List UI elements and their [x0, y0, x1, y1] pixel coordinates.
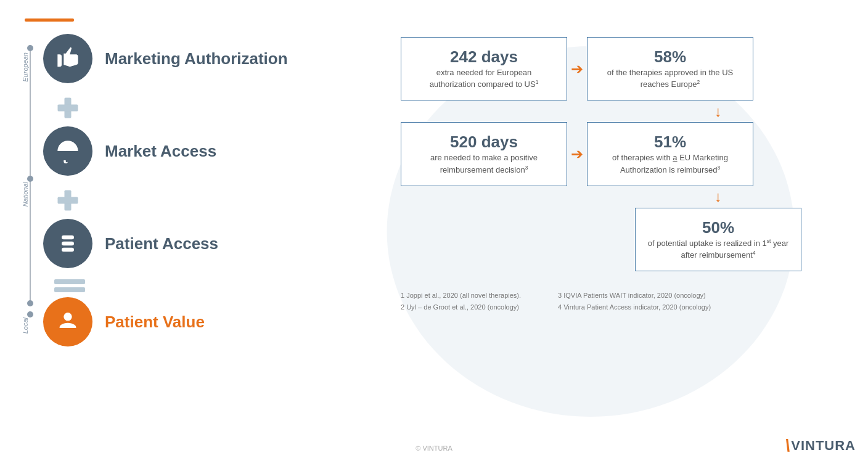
label-national: National [22, 182, 29, 207]
arrow-right-2: ➔ [571, 147, 583, 162]
stat-2-desc: of the therapies approved in the US reac… [607, 68, 734, 89]
flow-row-1: 242 days extra needed for European autho… [401, 37, 801, 100]
footnote-1: 1 Joppi et al., 2020 (all novel therapie… [401, 290, 521, 301]
arrow-right-1: ➔ [571, 62, 583, 76]
stat-3-desc: are needed to make a positive reimbursem… [430, 153, 538, 174]
thumbs-up-icon [55, 46, 80, 71]
item-label-patient-value: Patient Value [105, 313, 205, 332]
footnote-3: 3 IQVIA Patients WAIT indicator, 2020 (o… [558, 290, 711, 301]
label-european: European [22, 52, 29, 82]
footnotes: 1 Joppi et al., 2020 (all novel therapie… [401, 290, 801, 313]
timeline: European National Local Marketing Author… [25, 34, 382, 353]
icon-circle-marketing [43, 34, 92, 83]
stat-box-2: 58% of the therapies approved in the US … [587, 37, 753, 100]
stat-4-value: 51% [599, 133, 742, 152]
label-local: Local [22, 318, 29, 334]
stat-5-desc: of potential uptake is realized in 1st y… [648, 239, 788, 260]
plus-icon-1 [54, 94, 81, 121]
item-row-marketing: Marketing Authorization [43, 34, 382, 83]
stat-5-value: 50% [647, 218, 790, 237]
icon-circle-patient-value [43, 297, 92, 346]
timeline-dot-mid1 [27, 176, 33, 182]
item-row-patient-value: Patient Value [43, 297, 382, 346]
accent-line [25, 18, 74, 22]
arrow-down-1: ↓ [714, 100, 722, 122]
arrow-down-2: ↓ [714, 186, 722, 208]
svg-rect-7 [62, 248, 74, 252]
svg-rect-2 [58, 105, 78, 112]
plus-icon-2 [54, 187, 81, 214]
stat-1-value: 242 days [412, 47, 555, 67]
stat-2-value: 58% [599, 47, 742, 67]
left-panel: European National Local Marketing Author… [0, 0, 382, 463]
flow-arrow-down-2: ↓ [401, 186, 801, 208]
footnote-col-1: 1 Joppi et al., 2020 (all novel therapie… [401, 290, 521, 313]
svg-rect-6 [62, 242, 74, 246]
item-label-marketing: Marketing Authorization [105, 49, 288, 68]
stat-box-1: 242 days extra needed for European autho… [401, 37, 567, 100]
stat-box-4: 51% of therapies with a EU Marketing Aut… [587, 122, 753, 186]
separator-row [54, 279, 382, 292]
flow-row-3: 50% of potential uptake is realized in 1… [401, 208, 801, 271]
stat-box-3: 520 days are needed to make a positive r… [401, 122, 567, 186]
right-panel: 242 days extra needed for European autho… [382, 0, 868, 463]
plus-row-2 [54, 187, 382, 214]
person-icon [55, 309, 80, 334]
icon-circle-patient-access [43, 219, 92, 268]
footnote-2: 2 Uyl – de Groot et al., 2020 (oncology) [401, 301, 521, 313]
stat-4-desc: of therapies with a EU Marketing Authori… [612, 153, 728, 174]
flow-wrapper: 242 days extra needed for European autho… [401, 37, 801, 313]
timeline-dot-top [27, 45, 33, 51]
svg-rect-4 [58, 197, 78, 204]
timeline-dot-mid2 [27, 311, 33, 318]
plus-row-1 [54, 94, 382, 121]
svg-rect-5 [62, 236, 74, 240]
svg-point-8 [63, 313, 72, 321]
timeline-line [30, 46, 31, 303]
flow-arrow-down-1: ↓ [401, 100, 801, 122]
footnote-col-2: 3 IQVIA Patients WAIT indicator, 2020 (o… [558, 290, 711, 313]
item-row-patient-access: Patient Access [43, 219, 382, 268]
icon-circle-market-access [43, 126, 92, 176]
stat-3-value: 520 days [412, 133, 555, 152]
stat-box-5: 50% of potential uptake is realized in 1… [635, 208, 801, 271]
item-label-patient-access: Patient Access [105, 234, 218, 253]
sep-bar-2 [54, 287, 85, 292]
timeline-dot-bot [27, 300, 33, 306]
sep-bar-1 [54, 279, 85, 284]
footnote-4: 4 Vintura Patient Access indicator, 2020… [558, 301, 711, 313]
umbrella-icon [55, 139, 80, 163]
flow-row-2: 520 days are needed to make a positive r… [401, 122, 801, 186]
main-content: European National Local Marketing Author… [0, 0, 868, 463]
stat-1-desc: extra needed for European authorization … [430, 68, 539, 89]
pills-icon [55, 231, 80, 256]
item-label-market-access: Market Access [105, 142, 216, 161]
item-row-market-access: Market Access [43, 126, 382, 176]
